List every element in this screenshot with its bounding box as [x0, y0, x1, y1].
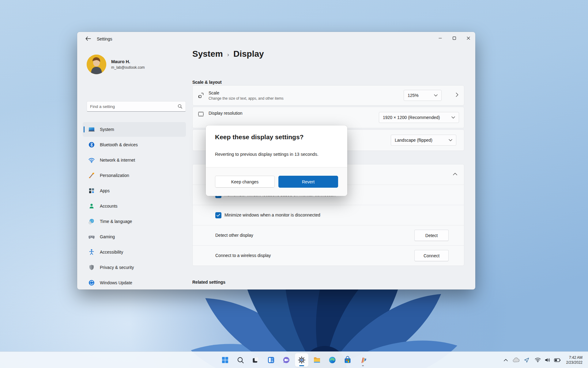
dialog-title: Keep these display settings? [215, 133, 303, 141]
minimize-windows-checkbox[interactable] [215, 212, 221, 218]
time-language-icon [88, 218, 95, 225]
edge-browser-icon [328, 356, 336, 364]
sidebar-item-network-internet[interactable]: Network & internet [83, 153, 186, 167]
accounts-icon [88, 203, 95, 209]
personalization-icon [88, 172, 95, 179]
paint-strokes-icon [359, 356, 367, 364]
sidebar-item-label: Personalization [100, 173, 129, 178]
revert-button[interactable]: Revert [278, 176, 338, 188]
clock-time: 7:42 AM [566, 355, 582, 360]
windows-update-icon [88, 279, 95, 286]
breadcrumb-separator: › [227, 51, 229, 58]
back-arrow-icon [85, 36, 91, 41]
sidebar-item-label: Gaming [100, 234, 115, 239]
scale-subtitle: Change the size of text, apps, and other… [209, 96, 284, 101]
volume-icon [543, 355, 552, 365]
search-button[interactable] [234, 353, 247, 367]
dialog-footer: Keep changes Revert [206, 167, 347, 196]
scale-dropdown[interactable]: 125% [404, 90, 442, 101]
widgets-icon [267, 356, 275, 364]
section-scale-layout: Scale & layout [192, 80, 222, 85]
wifi-icon [533, 355, 542, 365]
window-title: Settings [97, 36, 112, 41]
sidebar-item-label: Time & language [100, 219, 132, 224]
network-volume-battery-group[interactable] [533, 355, 563, 365]
sidebar-item-system[interactable]: System [83, 122, 186, 137]
titlebar: Settings [77, 32, 475, 47]
task-view-button[interactable] [249, 353, 262, 367]
chevron-down-icon [449, 139, 452, 141]
windows-start-icon [221, 356, 229, 364]
file-explorer-button[interactable] [310, 353, 324, 367]
scale-row[interactable]: Scale Change the size of text, apps, and… [192, 85, 464, 105]
microsoft-store-icon [344, 356, 352, 364]
profile-name: Mauro H. [111, 59, 145, 64]
breadcrumb: System › Display [192, 49, 264, 59]
avatar [87, 55, 106, 74]
minimize-button[interactable] [433, 32, 447, 44]
bluetooth-icon [88, 141, 95, 148]
profile-card[interactable]: Mauro H. m_lab@outlook.com [87, 55, 145, 74]
sidebar-item-bluetooth-devices[interactable]: Bluetooth & devices [83, 137, 186, 152]
chat-button[interactable] [280, 353, 293, 367]
sidebar-item-privacy-security[interactable]: Privacy & security [83, 260, 186, 275]
back-button[interactable] [83, 34, 94, 44]
chevron-down-icon [451, 116, 455, 119]
onedrive-button[interactable] [512, 355, 521, 365]
minimize-icon [439, 36, 442, 40]
resolution-dropdown[interactable]: 588 × 368 (Recommended) [379, 112, 459, 123]
sidebar-item-label: Accounts [100, 204, 118, 209]
paint-strokes-app-button[interactable] [356, 353, 370, 367]
detect-button[interactable]: Detect [414, 230, 449, 241]
edge-button[interactable] [326, 353, 339, 367]
sidebar-item-label: Network & internet [100, 158, 135, 163]
settings-button[interactable] [295, 353, 308, 367]
scale-chevron-right[interactable] [456, 93, 458, 98]
sidebar-item-personalization[interactable]: Personalization [83, 168, 186, 183]
close-button[interactable] [461, 32, 475, 44]
sidebar-item-time-language[interactable]: Time & language [83, 214, 186, 229]
connect-wireless-display-row: Connect to a wireless display Connect [193, 245, 464, 266]
scale-title: Scale [209, 90, 284, 95]
close-icon [467, 36, 470, 40]
sidebar-item-apps[interactable]: Apps [83, 183, 186, 198]
taskbar-clock[interactable]: 7:42 AM 2/23/2022 [564, 354, 585, 366]
search-box [87, 101, 186, 112]
scale-value: 125% [408, 93, 419, 98]
connect-button[interactable]: Connect [414, 250, 449, 261]
check-icon [217, 214, 220, 217]
task-view-icon [252, 356, 260, 364]
network-icon [88, 157, 95, 163]
resolution-value: 588 × 368 (Recommended) [383, 115, 440, 120]
breadcrumb-system[interactable]: System [192, 49, 223, 59]
settings-gear-icon [298, 356, 306, 364]
keep-changes-button[interactable]: Keep changes [215, 176, 275, 188]
detect-other-display-row: Detect other display Detect [193, 225, 464, 245]
store-button[interactable] [341, 353, 354, 367]
location-indicator[interactable] [522, 355, 531, 365]
search-icon [178, 104, 183, 110]
connect-wireless-display-label: Connect to a wireless display [215, 253, 271, 258]
scale-icon [198, 92, 204, 99]
start-button[interactable] [218, 353, 232, 367]
sidebar-item-accessibility[interactable]: Accessibility [83, 245, 186, 259]
search-input[interactable] [87, 102, 170, 111]
collapse-chevron[interactable] [453, 171, 457, 177]
privacy-icon [88, 264, 95, 271]
gaming-icon [88, 233, 95, 240]
widgets-button[interactable] [264, 353, 278, 367]
chevron-up-icon [504, 359, 508, 361]
sidebar-item-label: Windows Update [100, 280, 132, 285]
keep-display-settings-dialog: Keep these display settings? Reverting t… [206, 125, 347, 196]
sidebar: Mauro H. m_lab@outlook.com [77, 47, 191, 289]
dialog-countdown-text: Reverting to previous display settings i… [215, 152, 318, 157]
minimize-windows-row: Minimize windows when a monitor is disco… [193, 205, 464, 225]
sidebar-item-accounts[interactable]: Accounts [83, 199, 186, 213]
maximize-button[interactable] [447, 32, 461, 44]
sidebar-item-gaming[interactable]: Gaming [83, 229, 186, 244]
sidebar-item-windows-update[interactable]: Windows Update [83, 275, 186, 289]
orientation-dropdown[interactable]: Landscape (flipped) [391, 135, 456, 146]
display-resolution-row: Display resolution 588 × 368 (Recommen… [192, 107, 464, 128]
hidden-icons-button[interactable] [501, 355, 511, 365]
orientation-value: Landscape (flipped) [395, 138, 432, 143]
